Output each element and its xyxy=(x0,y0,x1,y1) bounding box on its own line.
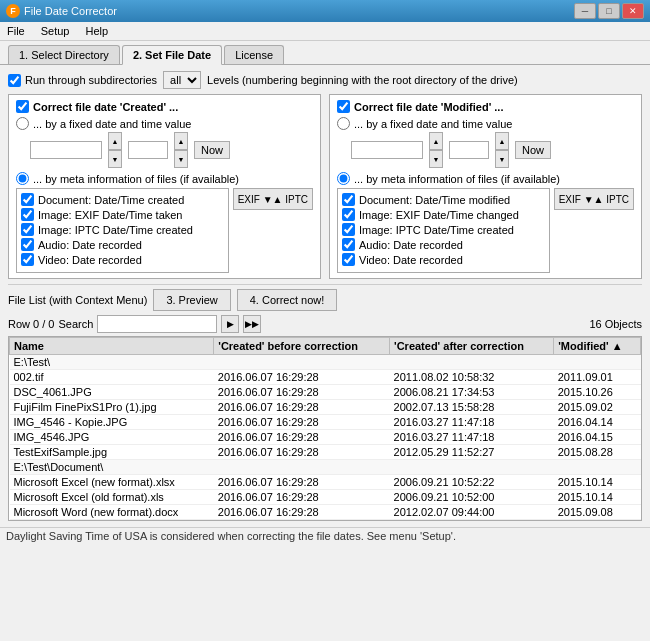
created-title: Correct file date 'Created' ... xyxy=(33,101,178,113)
table-row[interactable]: IMG_4546 - Kopie.JPG 2016.06.07 16:29:28… xyxy=(10,415,641,430)
created-date-up[interactable]: ▲ xyxy=(108,132,122,150)
title-bar: F File Date Corrector ─ □ ✕ xyxy=(0,0,650,22)
modified-fixed-radio[interactable] xyxy=(337,117,350,130)
modified-time-up[interactable]: ▲ xyxy=(495,132,509,150)
file-name: IMG_4546.JPG xyxy=(10,430,214,445)
modified-time-input[interactable]: 11:37 xyxy=(449,141,489,159)
created-after: 2002.07.13 15:58:28 xyxy=(390,400,554,415)
created-meta-audio[interactable] xyxy=(21,238,34,251)
modified-date-input[interactable]: 08.06.2016 xyxy=(351,141,423,159)
menu-help[interactable]: Help xyxy=(82,24,111,38)
menu-setup[interactable]: Setup xyxy=(38,24,73,38)
modified-val: 2016.04.14 xyxy=(554,415,641,430)
created-before: 2016.06.07 16:29:28 xyxy=(214,445,390,460)
modified-meta-audio[interactable] xyxy=(342,238,355,251)
modified-now-button[interactable]: Now xyxy=(515,141,551,159)
created-meta-iptc[interactable] xyxy=(21,223,34,236)
created-time-up[interactable]: ▲ xyxy=(174,132,188,150)
folder-name: E:\Test\ xyxy=(10,355,641,370)
created-before: 2016.06.07 16:29:28 xyxy=(214,490,390,505)
search-input[interactable] xyxy=(97,315,217,333)
created-after: 2006.09.21 10:52:00 xyxy=(390,490,554,505)
maximize-button[interactable]: □ xyxy=(598,3,620,19)
status-bar: Daylight Saving Time of USA is considere… xyxy=(0,527,650,544)
file-name: TestExifSample.jpg xyxy=(10,445,214,460)
file-name: 002.tif xyxy=(10,370,214,385)
modified-panel: Correct file date 'Modified' ... ... by … xyxy=(329,94,642,279)
modified-val: 2015.09.02 xyxy=(554,400,641,415)
table-row[interactable]: TestExifSample.jpg 2016.06.07 16:29:28 2… xyxy=(10,445,641,460)
file-table-wrap[interactable]: Name 'Created' before correction 'Create… xyxy=(8,336,642,521)
file-list-header: File List (with Context Menu) 3. Preview… xyxy=(8,289,642,311)
correct-button[interactable]: 4. Correct now! xyxy=(237,289,338,311)
created-after: 2012.07.23 13:51:00 xyxy=(390,520,554,522)
subdir-checkbox[interactable] xyxy=(8,74,21,87)
modified-date-up[interactable]: ▲ xyxy=(429,132,443,150)
created-meta-doc[interactable] xyxy=(21,193,34,206)
table-row[interactable]: IMG_4546.JPG 2016.06.07 16:29:28 2016.03… xyxy=(10,430,641,445)
table-row[interactable]: Microsoft Word (old format).doc 2016.06.… xyxy=(10,520,641,522)
app-icon: F xyxy=(6,4,20,18)
file-name: Microsoft Word (old format).doc xyxy=(10,520,214,522)
search-label: Search xyxy=(58,318,93,330)
table-row[interactable]: Microsoft Word (new format).docx 2016.06… xyxy=(10,505,641,520)
created-time-input[interactable]: 11:37 xyxy=(128,141,168,159)
nav-next-button[interactable]: ▶ xyxy=(221,315,239,333)
file-name: DSC_4061.JPG xyxy=(10,385,214,400)
col-modified[interactable]: 'Modified' ▲ xyxy=(554,338,641,355)
created-panel: Correct file date 'Created' ... ... by a… xyxy=(8,94,321,279)
subdir-row: Run through subdirectories all 12345 Lev… xyxy=(8,71,642,89)
nav-last-button[interactable]: ▶▶ xyxy=(243,315,261,333)
created-meta-exif[interactable] xyxy=(21,208,34,221)
created-before: 2016.06.07 16:29:28 xyxy=(214,385,390,400)
created-checkbox[interactable] xyxy=(16,100,29,113)
modified-val: 2016.04.15 xyxy=(554,430,641,445)
modified-checkbox[interactable] xyxy=(337,100,350,113)
col-name[interactable]: Name xyxy=(10,338,214,355)
modified-time-down[interactable]: ▼ xyxy=(495,150,509,168)
panels-row: Correct file date 'Created' ... ... by a… xyxy=(8,94,642,279)
created-exif-button[interactable]: EXIF ▼▲ IPTC xyxy=(233,188,313,210)
table-row[interactable]: E:\Test\ xyxy=(10,355,641,370)
file-name: IMG_4546 - Kopie.JPG xyxy=(10,415,214,430)
created-now-button[interactable]: Now xyxy=(194,141,230,159)
table-row[interactable]: FujiFilm FinePixS1Pro (1).jpg 2016.06.07… xyxy=(10,400,641,415)
minimize-button[interactable]: ─ xyxy=(574,3,596,19)
created-after: 2011.08.02 10:58:32 xyxy=(390,370,554,385)
search-row: Row 0 / 0 Search ▶ ▶▶ 16 Objects xyxy=(8,315,642,333)
modified-meta-doc[interactable] xyxy=(342,193,355,206)
created-time-down[interactable]: ▼ xyxy=(174,150,188,168)
modified-meta-section: Document: Date/Time modified Image: EXIF… xyxy=(337,188,634,273)
col-created-before[interactable]: 'Created' before correction xyxy=(214,338,390,355)
created-meta-video[interactable] xyxy=(21,253,34,266)
created-fixed-radio[interactable] xyxy=(16,117,29,130)
col-created-after[interactable]: 'Created' after correction xyxy=(390,338,554,355)
modified-meta-box: Document: Date/Time modified Image: EXIF… xyxy=(337,188,550,273)
modified-meta-iptc[interactable] xyxy=(342,223,355,236)
created-date-down[interactable]: ▼ xyxy=(108,150,122,168)
modified-meta-video[interactable] xyxy=(342,253,355,266)
preview-button[interactable]: 3. Preview xyxy=(153,289,230,311)
table-row[interactable]: Microsoft Excel (old format).xls 2016.06… xyxy=(10,490,641,505)
created-meta-label: ... by meta information of files (if ava… xyxy=(33,173,239,185)
modified-meta-exif[interactable] xyxy=(342,208,355,221)
modified-meta-radio[interactable] xyxy=(337,172,350,185)
created-before: 2016.06.07 16:29:28 xyxy=(214,400,390,415)
tab-set-file-date[interactable]: 2. Set File Date xyxy=(122,45,222,65)
table-row[interactable]: Microsoft Excel (new format).xlsx 2016.0… xyxy=(10,475,641,490)
modified-date-down[interactable]: ▼ xyxy=(429,150,443,168)
levels-select[interactable]: all 12345 xyxy=(163,71,201,89)
table-row[interactable]: DSC_4061.JPG 2016.06.07 16:29:28 2006.08… xyxy=(10,385,641,400)
created-date-input[interactable]: 08.06.2016 xyxy=(30,141,102,159)
created-before: 2016.06.07 16:29:28 xyxy=(214,430,390,445)
tab-select-directory[interactable]: 1. Select Directory xyxy=(8,45,120,64)
created-meta-radio[interactable] xyxy=(16,172,29,185)
table-row[interactable]: 002.tif 2016.06.07 16:29:28 2011.08.02 1… xyxy=(10,370,641,385)
table-row[interactable]: E:\Test\Document\ xyxy=(10,460,641,475)
close-button[interactable]: ✕ xyxy=(622,3,644,19)
modified-exif-button[interactable]: EXIF ▼▲ IPTC xyxy=(554,188,634,210)
tab-license[interactable]: License xyxy=(224,45,284,64)
menu-file[interactable]: File xyxy=(4,24,28,38)
menu-bar: File Setup Help xyxy=(0,22,650,41)
created-meta-section: Document: Date/Time created Image: EXIF … xyxy=(16,188,313,273)
